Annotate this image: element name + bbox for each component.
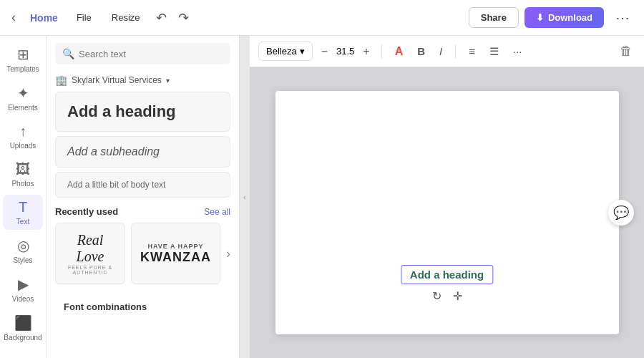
canvas-area: Belleza ▾ − 31.5 + A B I ≡ ☰ ··· 🗑 (250, 36, 644, 358)
font-size-decrease[interactable]: − (318, 44, 331, 59)
divider-1 (381, 44, 382, 59)
redo-button[interactable]: ↷ (175, 7, 192, 29)
font-select-arrow: ▾ (300, 46, 305, 57)
canvas-page[interactable]: Add a heading ↻ ✛ (275, 91, 619, 334)
recently-used-header: Recently used See all (47, 198, 239, 223)
photos-icon: 🖼 (16, 161, 30, 178)
text-presets: Add a heading Add a subheading Add a lit… (47, 92, 239, 198)
font-name: Belleza (266, 46, 297, 57)
add-element-icon[interactable]: ✛ (453, 289, 462, 303)
font-card-2-line1: HAVE A HAPPY (140, 243, 211, 250)
more-text-options[interactable]: ··· (509, 42, 527, 60)
sidebar-item-styles[interactable]: ◎ Styles (3, 233, 43, 268)
toggle-panel[interactable]: ‹ (240, 36, 250, 358)
align-button[interactable]: ≡ (464, 42, 479, 60)
canvas-toolbar: Belleza ▾ − 31.5 + A B I ≡ ☰ ··· 🗑 (250, 36, 644, 67)
templates-icon: ⊞ (17, 46, 29, 63)
body-preset[interactable]: Add a little bit of body text (55, 172, 230, 198)
heading-preset[interactable]: Add a heading (55, 92, 230, 132)
subheading-preset[interactable]: Add a subheading (55, 136, 230, 168)
font-card-2-line2: KWANZAA (140, 250, 211, 265)
main-content: ⊞ Templates ✦ Elements ↑ Uploads 🖼 Photo… (0, 36, 644, 358)
font-combinations-title: Font combinations (55, 301, 155, 312)
elements-icon: ✦ (17, 84, 29, 102)
back-button[interactable]: ‹ (9, 7, 19, 28)
download-icon: ⬇ (536, 12, 544, 23)
brand-row[interactable]: 🏢 Skylark Virtual Services ▾ (47, 72, 239, 92)
topbar-left: ‹ Home File Resize ↶ ↷ (9, 7, 192, 29)
recently-used-cards: Real Love FEELS PURE & AUTHENTIC HAVE A … (47, 223, 239, 293)
rotate-icon[interactable]: ↻ (432, 289, 441, 303)
bold-button[interactable]: B (413, 42, 429, 60)
sidebar-icons: ⊞ Templates ✦ Elements ↑ Uploads 🖼 Photo… (0, 36, 47, 358)
canvas-text-element[interactable]: Add a heading (401, 265, 493, 284)
chat-button[interactable]: 💬 (608, 200, 634, 226)
recently-used-title: Recently used (55, 206, 118, 217)
search-icon: 🔍 (62, 48, 74, 59)
search-box[interactable]: 🔍 (55, 43, 230, 64)
font-card-1-text: Real Love (64, 232, 116, 265)
list-button[interactable]: ☰ (485, 42, 503, 61)
see-all-button[interactable]: See all (204, 207, 230, 217)
toggle-icon: ‹ (243, 193, 245, 201)
font-family-select[interactable]: Belleza ▾ (258, 42, 313, 61)
divider-2 (455, 44, 456, 59)
brand-icon: 🏢 (55, 74, 67, 86)
download-button[interactable]: ⬇ Download (525, 7, 604, 28)
font-combinations-header: Font combinations (47, 293, 239, 318)
brand-name: Skylark Virtual Services (72, 75, 162, 85)
file-menu[interactable]: File (69, 9, 99, 26)
canvas-element-controls: ↻ ✛ (432, 289, 462, 303)
search-input[interactable] (79, 49, 223, 59)
more-options-button[interactable]: ⋯ (610, 6, 635, 29)
undo-button[interactable]: ↶ (153, 7, 170, 29)
text-color-button[interactable]: A (391, 42, 408, 61)
chat-icon-symbol: 💬 (613, 205, 629, 221)
sidebar-item-photos[interactable]: 🖼 Photos (3, 157, 43, 192)
left-panel: 🔍 🏢 Skylark Virtual Services ▾ Add a hea… (47, 36, 240, 358)
chevron-down-icon: ▾ (166, 77, 170, 84)
font-card-kwanzaa[interactable]: HAVE A HAPPY KWANZAA (131, 223, 220, 284)
styles-icon: ◎ (17, 237, 29, 254)
delete-button[interactable]: 🗑 (617, 41, 635, 62)
home-button[interactable]: Home (24, 9, 64, 26)
videos-icon: ▶ (18, 276, 29, 293)
font-card-real-love[interactable]: Real Love FEELS PURE & AUTHENTIC (55, 223, 125, 284)
sidebar-item-background[interactable]: ⬛ Background (3, 310, 43, 346)
font-card-1-sub: FEELS PURE & AUTHENTIC (64, 265, 116, 275)
resize-menu[interactable]: Resize (104, 9, 147, 26)
background-icon: ⬛ (14, 314, 32, 332)
scroll-right-button[interactable]: › (226, 223, 230, 284)
sidebar-item-elements[interactable]: ✦ Elements (3, 80, 43, 116)
text-icon: T (19, 199, 27, 216)
sidebar-item-text[interactable]: T Text (3, 195, 43, 230)
uploads-icon: ↑ (19, 123, 26, 140)
font-size-control: − 31.5 + (318, 44, 373, 59)
canvas-viewport[interactable]: add text Add a heading ↻ ✛ 💬 (250, 67, 644, 358)
share-button[interactable]: Share (469, 7, 519, 28)
sidebar-item-videos[interactable]: ▶ Videos (3, 271, 43, 307)
topbar: ‹ Home File Resize ↶ ↷ Share ⬇ Download … (0, 0, 644, 36)
font-size-increase[interactable]: + (360, 44, 372, 59)
italic-button[interactable]: I (435, 42, 447, 60)
sidebar-item-uploads[interactable]: ↑ Uploads (3, 119, 43, 154)
font-size-value: 31.5 (333, 46, 357, 57)
sidebar-item-templates[interactable]: ⊞ Templates (3, 42, 43, 77)
